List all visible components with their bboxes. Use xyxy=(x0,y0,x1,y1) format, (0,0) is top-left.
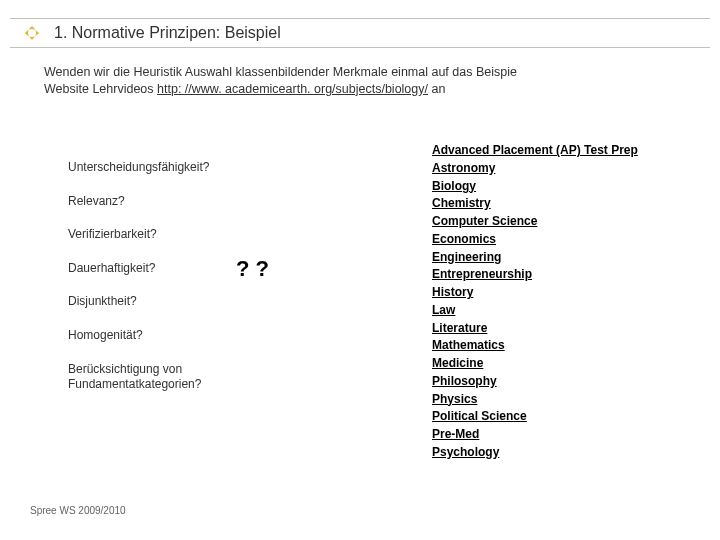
intro-line-1: Wenden wir die Heuristik Auswahl klassen… xyxy=(44,65,517,79)
questions-list: Unterscheidungsfähigkeit? Relevanz? Veri… xyxy=(68,160,278,411)
subject-item: Advanced Placement (AP) Test Prep xyxy=(432,142,638,160)
subject-item: Literature xyxy=(432,320,638,338)
header-bar: 1. Normative Prinzipen: Beispiel xyxy=(10,18,710,48)
subject-item: Economics xyxy=(432,231,638,249)
intro-line-2-pre: Website Lehrvideos xyxy=(44,82,157,96)
subject-item: Physics xyxy=(432,391,638,409)
intro-link[interactable]: http: //www. academicearth. org/subjects… xyxy=(157,82,428,96)
subject-item: Biology xyxy=(432,178,638,196)
subject-item: History xyxy=(432,284,638,302)
subject-item: Entrepreneurship xyxy=(432,266,638,284)
subject-item: Pre-Med xyxy=(432,426,638,444)
subject-item: Psychology xyxy=(432,444,638,462)
subject-item: Computer Science xyxy=(432,213,638,231)
question-item: Disjunktheit? xyxy=(68,294,278,310)
question-item: Relevanz? xyxy=(68,194,278,210)
footer-text: Spree WS 2009/2010 xyxy=(30,505,126,516)
question-item: Unterscheidungsfähigkeit? xyxy=(68,160,278,176)
question-item: Verifizierbarkeit? xyxy=(68,227,278,243)
subject-item: Law xyxy=(432,302,638,320)
subject-item: Mathematics xyxy=(432,337,638,355)
subject-item: Medicine xyxy=(432,355,638,373)
fleur-bullet-icon xyxy=(24,25,40,41)
subject-item: Engineering xyxy=(432,249,638,267)
subject-item: Astronomy xyxy=(432,160,638,178)
intro-text: Wenden wir die Heuristik Auswahl klassen… xyxy=(44,64,680,98)
subjects-list: Advanced Placement (AP) Test Prep Astron… xyxy=(432,142,638,462)
question-marks: ? ? xyxy=(236,256,269,282)
intro-line-2-post: an xyxy=(428,82,445,96)
slide-title: 1. Normative Prinzipen: Beispiel xyxy=(54,24,281,42)
question-item: Homogenität? xyxy=(68,328,278,344)
subject-item: Philosophy xyxy=(432,373,638,391)
subject-item: Chemistry xyxy=(432,195,638,213)
question-item: Berücksichtigung von Fundamentatkategori… xyxy=(68,362,278,393)
subject-item: Political Science xyxy=(432,408,638,426)
